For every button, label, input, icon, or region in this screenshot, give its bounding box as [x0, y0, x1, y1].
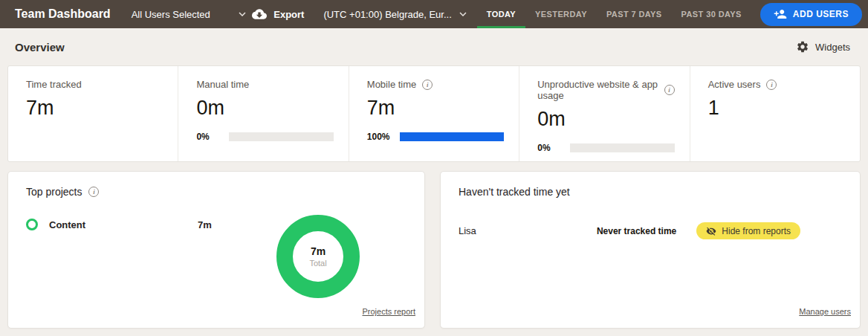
stat-value: 0m — [537, 108, 674, 131]
manage-users-link[interactable]: Manage users — [799, 307, 851, 316]
page-title: Overview — [15, 41, 65, 54]
stat-label: Active users — [708, 79, 761, 90]
tab-past-7-days[interactable]: PAST 7 DAYS — [597, 0, 672, 28]
progress-track — [570, 143, 674, 152]
tab-yesterday[interactable]: YESTERDAY — [525, 0, 597, 28]
top-projects-panel: Top projects Content 7m 7m Total Project… — [7, 171, 425, 329]
project-legend-row: Content 7m — [8, 219, 424, 230]
donut-total-label: Total — [309, 259, 326, 268]
date-range-tabs: TODAY YESTERDAY PAST 7 DAYS PAST 30 DAYS — [477, 0, 751, 28]
stat-mobile-time: Mobile time 7m 100% — [349, 66, 519, 161]
panel-title: Haven't tracked time yet — [459, 186, 570, 198]
progress-track — [229, 132, 333, 141]
stat-value: 7m — [367, 97, 504, 120]
stat-value: 0m — [196, 97, 333, 120]
progress-track — [400, 132, 504, 141]
timezone-label: (UTC +01:00) Belgrade, Eur... — [323, 9, 451, 20]
user-filter-label: All Users Selected — [132, 9, 210, 20]
bottom-row: Top projects Content 7m 7m Total Project… — [7, 171, 861, 329]
user-name: Lisa — [459, 225, 597, 236]
widgets-button[interactable]: Widgets — [796, 40, 850, 54]
widgets-label: Widgets — [815, 42, 850, 53]
app-title: Team Dashboard — [15, 7, 111, 21]
projects-donut-chart: 7m Total — [276, 215, 360, 298]
untracked-panel: Haven't tracked time yet Lisa Never trac… — [440, 171, 861, 329]
hide-from-reports-label: Hide from reports — [722, 226, 791, 236]
stat-label: Mobile time — [367, 79, 416, 90]
cloud-download-icon — [252, 7, 267, 22]
user-filter-dropdown[interactable]: All Users Selected — [132, 7, 249, 21]
export-label: Export — [273, 9, 304, 20]
timezone-dropdown[interactable]: (UTC +01:00) Belgrade, Eur... — [323, 7, 469, 21]
add-users-label: ADD USERS — [793, 9, 849, 19]
stat-manual-time: Manual time 0m 0% — [178, 66, 348, 161]
project-name: Content — [49, 219, 198, 230]
percent-label: 0% — [196, 132, 229, 142]
gear-icon — [796, 40, 809, 54]
person-add-icon — [774, 7, 787, 21]
panel-title: Top projects — [26, 186, 82, 198]
percent-label: 100% — [367, 132, 400, 142]
stat-unproductive-usage: Unproductive website & app usage 0m 0% — [519, 66, 689, 161]
export-button[interactable]: Export — [252, 7, 304, 22]
stat-label: Unproductive website & app usage — [537, 79, 658, 101]
stat-label: Manual time — [196, 79, 249, 90]
chevron-down-icon — [456, 7, 470, 21]
chevron-down-icon — [236, 7, 249, 21]
project-color-ring-icon — [26, 219, 38, 230]
percent-label: 0% — [537, 143, 570, 153]
tab-past-30-days[interactable]: PAST 30 DAYS — [672, 0, 751, 28]
info-icon[interactable] — [664, 85, 675, 95]
topbar: Team Dashboard All Users Selected Export… — [0, 0, 868, 28]
stat-active-users: Active users 1 — [690, 66, 860, 161]
projects-report-link[interactable]: Projects report — [362, 307, 415, 316]
eye-off-icon — [706, 226, 716, 236]
add-users-button[interactable]: ADD USERS — [760, 3, 862, 26]
stat-value: 7m — [26, 97, 163, 120]
info-icon[interactable] — [88, 187, 99, 197]
progress-fill — [400, 132, 504, 141]
unproductive-progress: 0% — [537, 143, 674, 153]
stat-value: 1 — [708, 97, 845, 120]
stat-label: Time tracked — [26, 79, 82, 90]
info-icon[interactable] — [766, 80, 777, 90]
manual-time-progress: 0% — [196, 132, 333, 142]
donut-total-value: 7m — [311, 245, 326, 257]
mobile-time-progress: 100% — [367, 132, 504, 142]
project-duration: 7m — [198, 219, 212, 230]
overview-header: Overview Widgets — [0, 28, 868, 65]
untracked-user-row: Lisa Never tracked time Hide from report… — [441, 222, 860, 239]
user-status: Never tracked time — [597, 226, 676, 236]
stats-panel: Time tracked 7m Manual time 0m 0% Mobile… — [7, 65, 861, 162]
stat-time-tracked: Time tracked 7m — [8, 66, 178, 161]
hide-from-reports-button[interactable]: Hide from reports — [696, 222, 800, 239]
tab-today[interactable]: TODAY — [477, 0, 525, 28]
info-icon[interactable] — [422, 80, 433, 90]
